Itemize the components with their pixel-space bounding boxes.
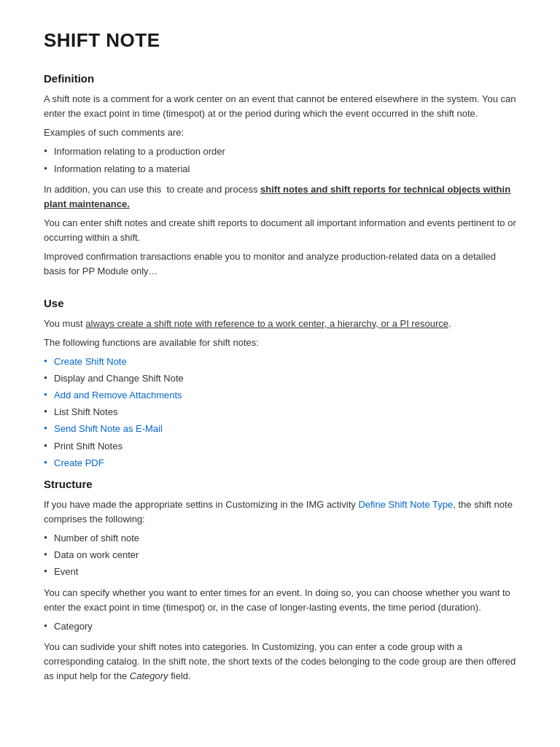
send-shift-note-email-link[interactable]: Send Shift Note as E-Mail bbox=[54, 423, 163, 434]
use-underline-text: always create a shift note with referenc… bbox=[85, 318, 448, 329]
structure-bullet-list-1: Number of shift note Data on work center… bbox=[44, 531, 516, 579]
definition-section: Definition A shift note is a comment for… bbox=[44, 72, 516, 279]
define-shift-note-type-link[interactable]: Define Shift Note Type bbox=[358, 499, 453, 510]
list-item: Event bbox=[44, 565, 516, 579]
use-bullet-list: Create Shift Note Display and Change Shi… bbox=[44, 355, 516, 471]
list-item: List Shift Notes bbox=[44, 405, 516, 419]
list-item: Add and Remove Attachments bbox=[44, 388, 516, 403]
list-item: Send Shift Note as E-Mail bbox=[44, 422, 516, 436]
use-intro-para: You must always create a shift note with… bbox=[44, 317, 516, 331]
definition-bullet-list: Information relating to a production ord… bbox=[44, 144, 516, 176]
spacer-1 bbox=[44, 287, 516, 297]
structure-section: Structure If you have made the appropria… bbox=[44, 478, 516, 684]
list-item: Data on work center bbox=[44, 548, 516, 562]
list-item: Information relating to a production ord… bbox=[44, 144, 516, 159]
use-heading: Use bbox=[44, 297, 516, 309]
definition-para-shift-reports: You can enter shift notes and create shi… bbox=[44, 216, 516, 245]
category-italic: Category bbox=[130, 670, 168, 681]
create-pdf-link[interactable]: Create PDF bbox=[54, 457, 104, 468]
list-item: Create Shift Note bbox=[44, 355, 516, 369]
structure-bullet-list-2: Category bbox=[44, 619, 516, 634]
list-item: Information relating to a material bbox=[44, 162, 516, 177]
definition-para-improved: Improved confirmation transactions enabl… bbox=[44, 249, 516, 279]
structure-intro-para: If you have made the appropriate settins… bbox=[44, 498, 516, 527]
use-section: Use You must always create a shift note … bbox=[44, 297, 516, 471]
list-item: Print Shift Notes bbox=[44, 439, 516, 454]
create-shift-note-link[interactable]: Create Shift Note bbox=[54, 356, 127, 367]
list-item: Number of shift note bbox=[44, 531, 516, 546]
structure-event-para: You can specify whether you want to ente… bbox=[44, 586, 516, 615]
definition-para-addition: In addition, you can use this to create … bbox=[44, 182, 516, 212]
definition-bold-underline: shift notes and shift reports for techni… bbox=[44, 184, 510, 209]
page-title: SHIFT NOTE bbox=[44, 29, 516, 52]
structure-category-para: You can sudivide your shift notes into c… bbox=[44, 640, 516, 684]
use-following-para: The following functions are available fo… bbox=[44, 336, 516, 350]
list-item: Create PDF bbox=[44, 456, 516, 471]
definition-heading: Definition bbox=[44, 72, 516, 85]
definition-para-examples: Examples of such comments are: bbox=[44, 125, 516, 140]
structure-heading: Structure bbox=[44, 478, 516, 490]
definition-para-1: A shift note is a comment for a work cen… bbox=[44, 92, 516, 121]
list-item: Display and Change Shift Note bbox=[44, 371, 516, 386]
list-item: Category bbox=[44, 619, 516, 634]
add-remove-attachments-link[interactable]: Add and Remove Attachments bbox=[54, 390, 182, 400]
